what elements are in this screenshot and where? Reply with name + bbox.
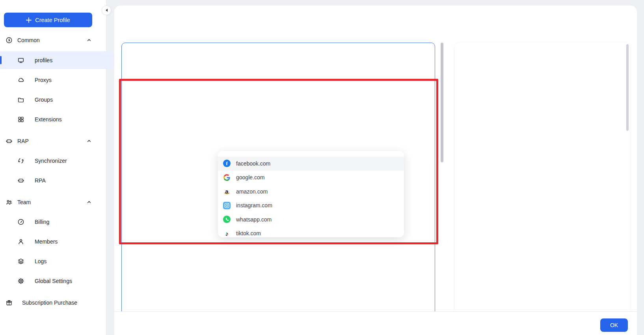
app-window: Create Profile Common profiles Proxys Gr… — [0, 0, 644, 335]
dropdown-option-label: amazon.com — [236, 188, 268, 195]
whatsapp-icon — [223, 216, 231, 223]
gauge-icon — [17, 218, 24, 225]
collapse-arrow-icon — [105, 9, 108, 12]
dropdown-option-label: instagram.com — [236, 202, 272, 208]
dropdown-option-instagram[interactable]: instagram.com — [218, 199, 404, 213]
main-scrollbar-thumb[interactable] — [441, 43, 443, 162]
facebook-icon: f — [223, 160, 231, 167]
grid-icon — [17, 116, 24, 123]
sidebar-item-label: Logs — [35, 258, 47, 264]
footer-bar — [114, 311, 637, 335]
dropdown-option-facebook[interactable]: f facebook.com — [218, 156, 404, 171]
dropdown-option-google[interactable]: google.com — [218, 171, 404, 185]
create-profile-button[interactable]: Create Profile — [4, 13, 92, 27]
dropdown-option-label: whatsapp.com — [236, 216, 272, 223]
ok-button[interactable]: OK — [600, 318, 628, 332]
amazon-icon: a — [223, 188, 231, 195]
robot-icon — [17, 177, 24, 184]
chevron-up-icon[interactable] — [87, 38, 91, 43]
sidebar-item-logs[interactable]: Logs — [0, 252, 114, 270]
overview-scrollbar-thumb[interactable] — [626, 44, 629, 131]
sync-icon — [17, 157, 24, 164]
chevron-up-icon[interactable] — [87, 200, 91, 205]
sidebar-item-rpa[interactable]: RPA — [0, 171, 114, 189]
dropdown-option-label: facebook.com — [236, 160, 270, 167]
sidebar-section-rap[interactable]: RAP — [0, 132, 102, 150]
sidebar-item-synchronizer[interactable]: Synchronizer — [0, 152, 114, 169]
sidebar-item-proxys[interactable]: Proxys — [0, 71, 114, 89]
profile-overview-card — [455, 43, 630, 335]
sidebar-item-label: Subscription Purchase — [22, 300, 77, 306]
cloud-icon — [17, 76, 24, 84]
sidebar-section-team[interactable]: Team — [0, 194, 102, 211]
sidebar-item-subscription-purchase[interactable]: Subscription Purchase — [0, 294, 102, 311]
active-item-indicator — [0, 56, 2, 64]
tiktok-icon: ♪ — [223, 230, 231, 237]
sidebar-item-label: Groups — [35, 97, 53, 103]
sidebar-item-label: Extensions — [35, 116, 61, 123]
sidebar-item-label: Billing — [35, 219, 49, 225]
gift-icon — [6, 299, 13, 306]
dropdown-option-amazon[interactable]: a amazon.com — [218, 184, 404, 199]
globe-icon — [6, 37, 13, 44]
sidebar-item-global-settings[interactable]: Global Settings — [0, 272, 114, 290]
dropdown-option-label: tiktok.com — [236, 230, 261, 236]
sidebar-item-label: Members — [35, 238, 58, 245]
create-profile-label: Create Profile — [35, 17, 70, 23]
gear-icon — [17, 277, 24, 285]
folder-icon — [17, 96, 24, 103]
chevron-up-icon[interactable] — [87, 139, 91, 143]
sidebar-item-label: Proxys — [35, 77, 52, 83]
sidebar: Create Profile Common profiles Proxys Gr… — [0, 0, 106, 335]
sidebar-item-profiles[interactable]: profiles — [0, 51, 114, 69]
sidebar-section-label: Common — [17, 37, 40, 43]
robot-icon — [6, 138, 13, 145]
sidebar-item-groups[interactable]: Groups — [0, 91, 114, 108]
sidebar-section-common[interactable]: Common — [0, 32, 102, 49]
google-icon — [223, 174, 231, 181]
sidebar-item-extensions[interactable]: Extensions — [0, 110, 114, 128]
sidebar-item-label: Global Settings — [35, 278, 72, 284]
sidebar-item-members[interactable]: Members — [0, 233, 114, 250]
person-icon — [17, 238, 24, 245]
layers-icon — [17, 258, 24, 265]
ok-button-label: OK — [610, 322, 618, 328]
dropdown-option-tiktok[interactable]: ♪ tiktok.com — [218, 227, 404, 238]
monitor-icon — [17, 57, 24, 64]
sidebar-item-label: Synchronizer — [35, 158, 67, 164]
sidebar-section-label: Team — [17, 199, 31, 205]
sidebar-section-label: RAP — [17, 138, 29, 144]
sidebar-item-billing[interactable]: Billing — [0, 213, 114, 231]
dropdown-option-whatsapp[interactable]: whatsapp.com — [218, 212, 404, 227]
account-type-dropdown: f facebook.com google.com a amazon.com i… — [218, 151, 404, 237]
plus-icon — [26, 17, 32, 23]
sidebar-collapse-button[interactable] — [102, 6, 111, 15]
sidebar-item-label: profiles — [35, 57, 52, 63]
instagram-icon — [223, 202, 231, 209]
sidebar-item-label: RPA — [35, 177, 46, 184]
team-icon — [6, 199, 13, 206]
dropdown-option-label: google.com — [236, 174, 264, 181]
